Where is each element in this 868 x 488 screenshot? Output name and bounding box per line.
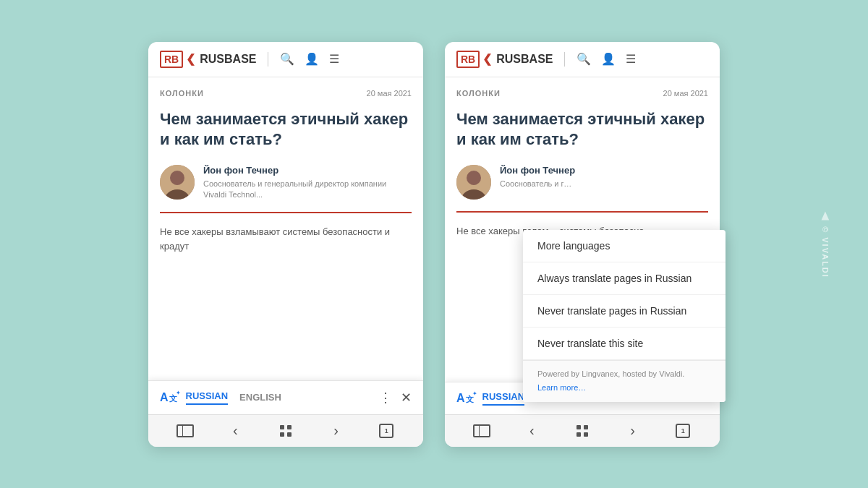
logo-left: RB ❮ RUSBASE [160, 51, 256, 68]
back-button[interactable]: ‹ [224, 421, 247, 441]
right-card-wrapper: RB ❮ RUSBASE 🔍 👤 ☰ КОЛОНКИ 20 мая 2021 Ч… [445, 42, 720, 447]
date-label: 20 мая 2021 [367, 89, 412, 98]
never-translate-russian-item[interactable]: Never translate pages in Russian [523, 295, 726, 328]
logo-right: RB ❮ RUSBASE [456, 51, 553, 68]
svg-rect-10 [576, 425, 581, 429]
learn-more-link[interactable]: Learn more… [537, 383, 586, 392]
avatar-img-right [456, 165, 491, 200]
author-desc-right: Сооснователь и генеральный директор комп… [500, 179, 572, 189]
rb-logo: RB [160, 51, 183, 68]
back-button-right[interactable]: ‹ [520, 421, 543, 441]
svg-rect-5 [280, 432, 284, 437]
user-icon-right[interactable]: 👤 [601, 52, 616, 66]
grid-button[interactable] [274, 421, 297, 441]
footer-text: Powered by Lingvanex, hosted by Vivaldi. [537, 369, 711, 378]
tab-count-button-right[interactable]: 1 [671, 421, 694, 441]
author-avatar [160, 165, 195, 200]
translate-bar-left: A 文 ✦ RUSSIAN ENGLISH ⋮ ✕ [148, 380, 423, 414]
translate-icon: A 文 ✦ [160, 391, 177, 404]
author-avatar-right [456, 165, 491, 200]
author-info: Йон фон Течнер Сооснователь и генеральны… [203, 165, 412, 201]
tab-count: 1 [379, 424, 393, 438]
svg-rect-3 [280, 425, 284, 429]
vivaldi-watermark: © VIVALDI [820, 210, 831, 278]
author-name-right: Йон фон Течнер [500, 165, 708, 176]
rb-text: RB [164, 53, 179, 65]
panel-icon-right [473, 424, 490, 437]
category-label: КОЛОНКИ [160, 89, 204, 98]
search-icon[interactable]: 🔍 [280, 52, 294, 66]
svg-rect-4 [287, 425, 292, 429]
article-preview: Не все хакеры взламывают системы безопас… [160, 225, 412, 253]
site-header-right: RB ❮ RUSBASE 🔍 👤 ☰ [445, 42, 720, 77]
left-phone-card: RB ❮ RUSBASE 🔍 👤 ☰ КОЛОНКИ 20 мая 2021 Ч… [148, 42, 423, 447]
content-left: КОЛОНКИ 20 мая 2021 Чем занимается этичн… [148, 77, 423, 380]
menu-icon-right[interactable]: ☰ [626, 52, 636, 66]
svg-point-8 [467, 171, 481, 185]
lang-english-tab[interactable]: ENGLISH [239, 392, 281, 403]
search-icon-right[interactable]: 🔍 [576, 52, 591, 66]
user-icon[interactable]: 👤 [305, 52, 319, 66]
forward-button-right[interactable]: › [621, 421, 644, 441]
forward-button[interactable]: › [325, 421, 348, 441]
header-divider [268, 52, 268, 67]
lang-russian-tab-right[interactable]: RUSSIAN [482, 391, 525, 406]
avatar-img [160, 165, 195, 200]
category-label-right: КОЛОНКИ [456, 89, 501, 98]
always-translate-item[interactable]: Always translate pages in Russian [523, 262, 726, 295]
article-title-right: Чем занимается этичный хакер и как им ст… [456, 109, 708, 150]
dropdown-footer: Powered by Lingvanex, hosted by Vivaldi.… [523, 360, 726, 402]
rb-logo-right: RB [456, 51, 480, 68]
grid-button-right[interactable] [571, 421, 594, 441]
category-row: КОЛОНКИ 20 мая 2021 [160, 89, 412, 98]
svg-rect-12 [576, 432, 581, 437]
logo-arrow: ❮ [186, 52, 195, 66]
panel-button[interactable] [174, 421, 197, 441]
svg-point-1 [170, 171, 184, 185]
author-desc: Сооснователь и генеральный директор комп… [203, 179, 412, 201]
translate-dropdown: More languages Always translate pages in… [523, 230, 726, 402]
svg-rect-11 [584, 425, 588, 429]
tab-count-button[interactable]: 1 [375, 421, 398, 441]
author-section: Йон фон Течнер Сооснователь и генеральны… [160, 165, 412, 214]
rusbase-name-right: RUSBASE [496, 53, 553, 66]
logo-arrow-right: ❮ [482, 52, 492, 66]
never-translate-site-item[interactable]: Never translate this site [523, 328, 726, 360]
author-info-right: Йон фон Течнер Сооснователь и генеральны… [500, 165, 708, 189]
menu-icon[interactable]: ☰ [329, 52, 339, 66]
lang-russian-tab[interactable]: RUSSIAN [186, 390, 229, 405]
header-icons-right: 🔍 👤 ☰ [576, 52, 636, 66]
author-section-right: Йон фон Течнер Сооснователь и генеральны… [456, 165, 708, 213]
date-label-right: 20 мая 2021 [663, 89, 708, 98]
tab-count-right: 1 [676, 424, 690, 438]
translate-icon-right: A 文 ✦ [456, 392, 474, 405]
author-name: Йон фон Течнер [203, 165, 412, 176]
header-icons: 🔍 👤 ☰ [280, 52, 339, 66]
category-row-right: КОЛОНКИ 20 мая 2021 [456, 89, 708, 98]
panel-button-right[interactable] [470, 421, 493, 441]
vivaldi-text: © VIVALDI [821, 226, 830, 278]
svg-rect-6 [287, 432, 292, 437]
svg-rect-13 [584, 432, 588, 437]
rusbase-name: RUSBASE [200, 53, 256, 66]
more-languages-item[interactable]: More languages [523, 230, 726, 262]
browser-nav-left: ‹ › 1 [148, 414, 423, 447]
browser-nav-right: ‹ › 1 [445, 414, 720, 447]
more-options-button[interactable]: ⋮ [379, 390, 392, 406]
header-divider-right [564, 52, 565, 67]
close-translate-button[interactable]: ✕ [401, 390, 412, 406]
site-header-left: RB ❮ RUSBASE 🔍 👤 ☰ [148, 42, 423, 77]
panel-icon [176, 424, 194, 437]
rb-text-right: RB [461, 53, 475, 65]
article-title: Чем занимается этичный хакер и как им ст… [160, 109, 412, 150]
